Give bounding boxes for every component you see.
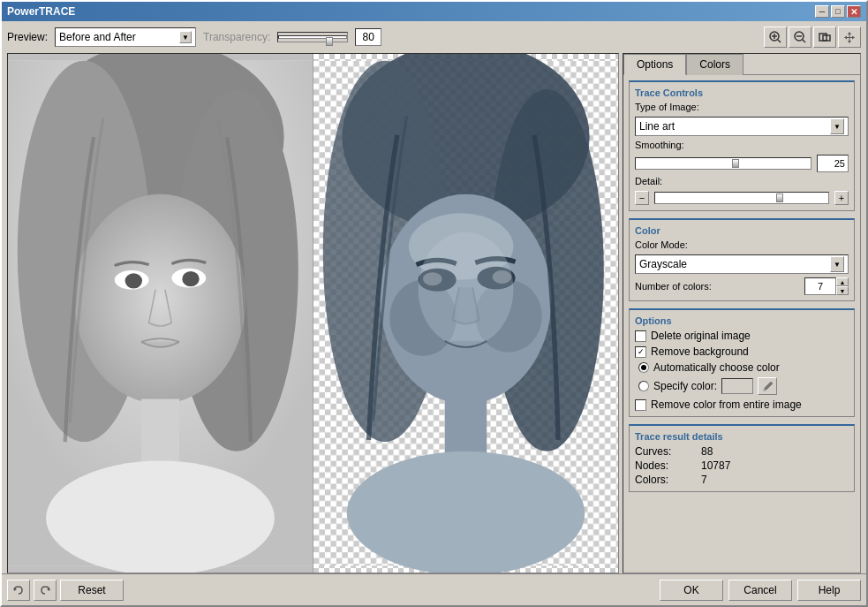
svg-line-1 (778, 40, 781, 42)
colors-value: 7 (701, 474, 707, 486)
app-title: PowerTRACE (7, 5, 75, 18)
smoothing-row: 25 (635, 155, 849, 172)
maximize-button[interactable]: □ (831, 5, 845, 18)
eyedropper-button[interactable] (758, 377, 777, 395)
redo-icon (39, 584, 51, 596)
tab-colors[interactable]: Colors (686, 54, 743, 75)
zoom-in-button[interactable] (764, 27, 787, 48)
title-bar-buttons: ─ □ ✕ (815, 5, 861, 18)
main-window: PowerTRACE ─ □ ✕ Preview: Before and Aft… (0, 0, 868, 607)
remove-bg-label: Remove background (651, 345, 749, 358)
toolbar-row: Preview: Before and After ▼ Transparency… (7, 25, 861, 49)
detail-minus-btn[interactable]: − (635, 191, 649, 205)
transparency-label: Transparency: (203, 31, 270, 43)
color-section-title: Color (635, 225, 849, 236)
remove-entire-row: Remove color from entire image (635, 398, 849, 411)
smoothing-value: 25 (817, 155, 849, 172)
before-image (8, 54, 313, 573)
svg-point-39 (763, 389, 766, 391)
delete-original-label: Delete original image (651, 330, 751, 342)
minimize-button[interactable]: ─ (815, 5, 829, 18)
num-colors-spinbox: 7 ▲ ▼ (804, 277, 849, 295)
preview-dropdown[interactable]: Before and After ▼ (55, 27, 196, 47)
trace-controls-section: Trace Controls Type of Image: Line art ▼… (629, 80, 855, 211)
colors-label: Colors: (635, 474, 683, 486)
options-subsection: Options Delete original image ✓ Remove b… (629, 308, 855, 417)
specify-color-label: Specify color: (653, 380, 717, 392)
color-mode-label: Color Mode: (635, 239, 849, 250)
specify-color-radio[interactable] (638, 381, 649, 391)
pan-button[interactable] (838, 27, 861, 48)
curves-value: 88 (701, 445, 713, 458)
spin-up-button[interactable]: ▲ (836, 277, 849, 286)
nodes-label: Nodes: (635, 459, 683, 472)
zoom-reset-icon (818, 30, 832, 44)
type-of-image-arrow: ▼ (830, 118, 844, 134)
close-button[interactable]: ✕ (847, 5, 861, 18)
transparency-thumb[interactable] (326, 37, 333, 46)
smoothing-slider[interactable] (635, 157, 811, 170)
svg-point-37 (347, 451, 585, 573)
options-subsection-title: Options (635, 315, 849, 326)
help-button[interactable]: Help (797, 580, 861, 601)
svg-point-18 (182, 271, 199, 286)
trace-result-title: Trace result details (635, 431, 849, 442)
remove-entire-checkbox[interactable] (635, 399, 646, 411)
smoothing-label: Smoothing: (635, 140, 849, 150)
result-details: Curves: 88 Nodes: 10787 Colors: 7 (635, 445, 849, 486)
ok-button[interactable]: OK (660, 580, 723, 601)
svg-point-38 (419, 232, 514, 346)
remove-entire-label: Remove color from entire image (651, 398, 802, 411)
type-of-image-select[interactable]: Line art ▼ (635, 117, 849, 136)
cancel-button[interactable]: Cancel (728, 580, 792, 601)
transparency-slider[interactable] (277, 32, 348, 42)
undo-button[interactable] (7, 580, 30, 601)
svg-point-17 (125, 273, 142, 288)
specify-color-row: Specify color: (635, 377, 849, 395)
reset-button[interactable]: Reset (60, 580, 124, 601)
auto-color-row: Automatically choose color (635, 361, 849, 374)
detail-slider[interactable] (654, 192, 829, 204)
spin-down-button[interactable]: ▼ (836, 286, 849, 295)
svg-line-5 (803, 40, 805, 42)
remove-bg-row: ✓ Remove background (635, 345, 849, 358)
pan-icon (842, 30, 857, 44)
curves-label: Curves: (635, 445, 683, 458)
transparency-track (278, 35, 347, 39)
work-area: Options Colors Trace Controls Type of Im… (7, 53, 861, 573)
num-colors-value[interactable]: 7 (804, 277, 836, 295)
options-panel: Options Colors Trace Controls Type of Im… (623, 53, 861, 573)
num-colors-row: Number of colors: 7 ▲ ▼ (635, 277, 849, 295)
bottom-left: Reset (7, 580, 124, 601)
title-bar: PowerTRACE ─ □ ✕ (2, 2, 866, 21)
transparency-value: 80 (355, 28, 381, 46)
auto-color-radio[interactable] (638, 362, 649, 373)
color-swatch[interactable] (721, 378, 753, 394)
delete-original-row: Delete original image (635, 330, 849, 342)
color-mode-arrow: ▼ (830, 256, 844, 272)
preview-dropdown-arrow: ▼ (179, 31, 192, 43)
svg-point-20 (46, 461, 275, 573)
svg-point-14 (74, 194, 245, 404)
color-mode-select[interactable]: Grayscale ▼ (635, 254, 849, 274)
bottom-right: OK Cancel Help (660, 580, 861, 601)
title-bar-left: PowerTRACE (7, 5, 75, 18)
redo-button[interactable] (34, 580, 57, 601)
trace-controls-title: Trace Controls (635, 87, 849, 98)
delete-original-checkbox[interactable] (635, 330, 646, 342)
tab-bar: Options Colors (623, 54, 860, 75)
after-image (313, 54, 618, 573)
remove-bg-checkbox[interactable]: ✓ (635, 346, 646, 358)
zoom-in-icon (768, 30, 782, 44)
preview-label: Preview: (7, 31, 48, 43)
zoom-reset-button[interactable] (813, 27, 836, 48)
type-of-image-value: Line art (639, 120, 675, 133)
panel-before (8, 54, 313, 573)
zoom-out-button[interactable] (789, 27, 811, 48)
trace-result-section: Trace result details Curves: 88 Nodes: 1… (629, 424, 855, 492)
detail-thumb[interactable] (776, 193, 783, 202)
smoothing-thumb[interactable] (732, 159, 739, 168)
color-section: Color Color Mode: Grayscale ▼ Number of … (629, 218, 855, 301)
detail-plus-btn[interactable]: + (834, 191, 849, 205)
tab-options[interactable]: Options (623, 54, 686, 75)
